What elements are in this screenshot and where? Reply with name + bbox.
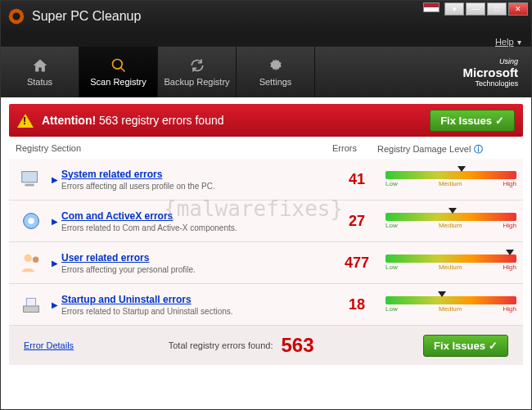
tab-settings[interactable]: Settings: [237, 47, 315, 97]
total-label: Total registry errors found:: [169, 340, 273, 350]
row-title-link[interactable]: Com and ActiveX errors: [61, 210, 328, 222]
help-link[interactable]: Help: [495, 37, 514, 47]
microsoft-logo: Using Microsoft Technologies: [450, 47, 532, 97]
gear-icon: [268, 57, 284, 74]
row-title-link[interactable]: User related errors: [61, 252, 328, 264]
alert-text: Attention! 563 registry errors found: [42, 114, 224, 127]
row-desc: Errors affecting all users profile on th…: [61, 182, 328, 191]
total-count: 563: [281, 334, 313, 357]
error-count: 477: [328, 255, 385, 272]
alert-bar: Attention! 563 registry errors found Fix…: [9, 104, 523, 137]
magnifier-icon: [110, 57, 127, 74]
result-row: ▶ Com and ActiveX errors Errors related …: [9, 200, 523, 242]
close-button[interactable]: ✕: [508, 2, 528, 16]
row-title-link[interactable]: Startup and Uninstall errors: [61, 294, 328, 305]
ms-tech: Technologies: [475, 79, 518, 88]
check-icon: ✓: [489, 340, 498, 352]
expand-arrow-icon[interactable]: ▶: [52, 217, 58, 226]
column-headers: Registry Section Errors Registry Damage …: [1, 137, 531, 159]
header-damage: Registry Damage Levelⓘ: [377, 143, 516, 155]
tab-scan-registry[interactable]: Scan Registry: [79, 47, 158, 97]
footer: Error Details Total registry errors foun…: [9, 326, 523, 365]
expand-arrow-icon[interactable]: ▶: [52, 259, 58, 268]
error-details-link[interactable]: Error Details: [24, 340, 74, 350]
warning-icon: [17, 114, 34, 128]
damage-gauge: LowMediumHigh: [385, 296, 516, 313]
result-row: ▶ User related errors Errors affecting y…: [9, 242, 523, 284]
gauge-pointer-icon: [438, 291, 446, 297]
refresh-icon: [189, 57, 205, 74]
svg-point-9: [25, 255, 32, 262]
svg-line-3: [120, 68, 124, 72]
error-count: 41: [328, 171, 385, 188]
language-dropdown[interactable]: ▾: [444, 2, 464, 16]
damage-gauge: LowMediumHigh: [385, 255, 516, 271]
titlebar: Super PC Cleanup ▾ — □ ✕: [1, 1, 531, 32]
tab-label: Status: [27, 77, 52, 87]
language-flag-icon[interactable]: [423, 2, 440, 12]
tab-label: Backup Registry: [164, 77, 229, 87]
svg-rect-5: [22, 172, 38, 182]
tab-label: Scan Registry: [90, 77, 146, 87]
home-icon: [32, 57, 48, 74]
error-count: 27: [328, 213, 385, 230]
check-icon: ✓: [495, 115, 504, 127]
maximize-button[interactable]: □: [487, 2, 507, 16]
fix-issues-button-bottom[interactable]: Fix Issues✓: [423, 335, 508, 357]
user-icon: [16, 249, 47, 277]
row-desc: Errors affecting your personal profile.: [61, 265, 328, 274]
row-desc: Errors related to Com and Active-X compo…: [61, 223, 328, 232]
com-icon: [16, 207, 47, 235]
results-list: ▶ System related errors Errors affecting…: [1, 159, 531, 326]
info-icon[interactable]: ⓘ: [474, 144, 483, 154]
minimize-button[interactable]: —: [466, 2, 485, 16]
tab-status[interactable]: Status: [1, 47, 79, 97]
svg-rect-12: [26, 299, 35, 306]
ms-name: Microsoft: [463, 65, 519, 79]
damage-gauge: LowMediumHigh: [385, 171, 516, 187]
row-desc: Errors related to Startup and Uninstall …: [61, 307, 328, 316]
svg-point-1: [12, 12, 20, 20]
expand-arrow-icon[interactable]: ▶: [52, 300, 58, 309]
system-icon: [16, 165, 47, 193]
fix-issues-button-top[interactable]: Fix Issues✓: [430, 110, 515, 132]
navbar: Status Scan Registry Backup Registry Set…: [1, 47, 531, 97]
tab-label: Settings: [259, 77, 292, 87]
app-gear-icon: [7, 7, 25, 25]
damage-gauge: LowMediumHigh: [385, 213, 516, 229]
header-errors: Errors: [312, 143, 377, 155]
ms-using: Using: [499, 57, 518, 65]
svg-rect-6: [25, 184, 34, 187]
header-section: Registry Section: [16, 143, 312, 155]
svg-point-8: [28, 218, 34, 224]
svg-rect-11: [24, 306, 39, 313]
svg-point-10: [33, 257, 39, 264]
gauge-pointer-icon: [506, 250, 514, 255]
help-row: Help ▾: [1, 32, 531, 47]
result-row: ▶ System related errors Errors affecting…: [9, 159, 523, 200]
app-title: Super PC Cleanup: [32, 9, 141, 24]
result-row: ▶ Startup and Uninstall errors Errors re…: [9, 284, 523, 326]
expand-arrow-icon[interactable]: ▶: [52, 175, 58, 184]
error-count: 18: [328, 296, 385, 313]
row-title-link[interactable]: System related errors: [61, 169, 328, 180]
gauge-pointer-icon: [449, 208, 457, 214]
tab-backup-registry[interactable]: Backup Registry: [158, 47, 237, 97]
startup-icon: [16, 291, 47, 318]
gauge-pointer-icon: [458, 166, 466, 172]
svg-point-2: [112, 60, 122, 70]
